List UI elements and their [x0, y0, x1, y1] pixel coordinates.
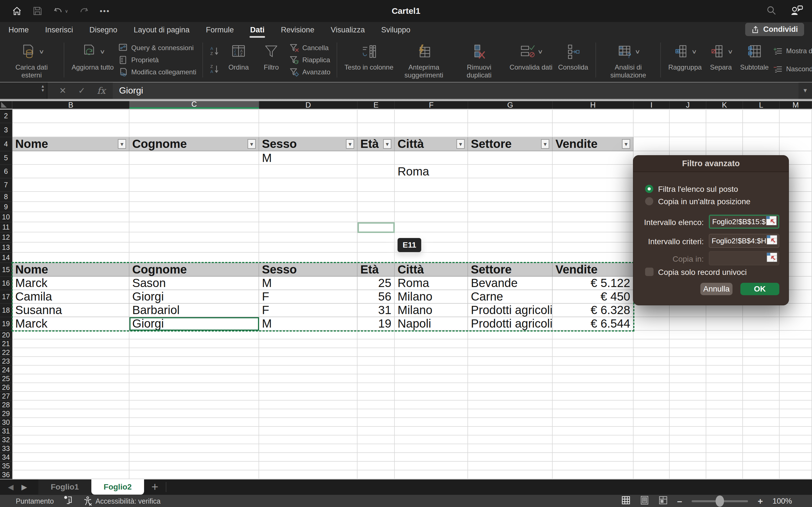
share-button[interactable]: Condividi: [745, 23, 804, 36]
reapply-filter-button[interactable]: Riapplica: [289, 54, 331, 66]
filter-dropdown-Settore[interactable]: ▾: [541, 139, 549, 149]
remove-duplicates-button[interactable]: Rimuovi duplicati: [451, 40, 507, 80]
advanced-filter-button[interactable]: Avanzato: [289, 66, 331, 78]
queries-connections-button[interactable]: Query & connessioni: [118, 42, 196, 54]
ok-button[interactable]: OK: [741, 283, 779, 295]
get-external-data-button[interactable]: ∨ Carica dati esterni: [4, 40, 59, 80]
add-sheet-button[interactable]: +: [151, 480, 158, 494]
row-header-16[interactable]: 16: [0, 277, 12, 290]
sheet-tab-foglio1[interactable]: Foglio1: [38, 480, 91, 495]
filter-dropdown-Età[interactable]: ▾: [383, 139, 391, 149]
cancel-button[interactable]: Annulla: [700, 283, 732, 295]
row-header-15[interactable]: 15: [0, 263, 12, 277]
show-detail-button[interactable]: Mostra dettaglio: [773, 45, 812, 57]
column-header-K[interactable]: K: [706, 101, 743, 109]
row-header-4[interactable]: 4: [0, 137, 12, 151]
tab-disegno[interactable]: Disegno: [89, 24, 118, 36]
filter-dropdown-Città[interactable]: ▾: [456, 139, 465, 149]
data-validation-button[interactable]: ∨ Convalida dati: [507, 40, 555, 80]
zoom-level[interactable]: 100%: [772, 497, 798, 506]
what-if-analysis-button[interactable]: ? ∨ Analisi di simulazione: [601, 40, 656, 80]
radio-copy-elsewhere[interactable]: [645, 197, 653, 205]
list-range-input[interactable]: Foglio2!$B$15:$: [709, 215, 779, 229]
tab-revisione[interactable]: Revisione: [280, 24, 315, 36]
row-header-19[interactable]: 19: [0, 317, 12, 331]
row-header-34[interactable]: 34: [0, 453, 12, 462]
tab-visualizza[interactable]: Visualizza: [330, 24, 365, 36]
row-header-5[interactable]: 5: [0, 151, 12, 165]
row-header-14[interactable]: 14: [0, 252, 12, 263]
row-header-13[interactable]: 13: [0, 242, 12, 252]
formula-bar-expand-icon[interactable]: ▼: [799, 87, 812, 94]
row-header-35[interactable]: 35: [0, 462, 12, 470]
insert-function-button[interactable]: fx: [97, 86, 105, 96]
name-box[interactable]: ▴▾: [0, 82, 47, 99]
name-box-spinner[interactable]: ▴▾: [42, 84, 44, 93]
filter-dropdown-Sesso[interactable]: ▾: [346, 139, 354, 149]
sort-descending-button[interactable]: ZA: [209, 63, 220, 75]
row-header-6[interactable]: 6: [0, 165, 12, 178]
row-header-18[interactable]: 18: [0, 304, 12, 317]
unique-records-label[interactable]: Copia solo record univoci: [658, 268, 747, 277]
row-header-17[interactable]: 17: [0, 290, 12, 304]
column-header-C[interactable]: C: [130, 101, 259, 109]
row-header-23[interactable]: 23: [0, 357, 12, 365]
refresh-all-button[interactable]: ∨ Aggiorna tutto: [69, 40, 116, 80]
row-header-36[interactable]: 36: [0, 470, 12, 479]
row-header-11[interactable]: 11: [0, 222, 12, 232]
contacts-feedback-icon[interactable]: [790, 4, 804, 18]
column-header-D[interactable]: D: [259, 101, 357, 109]
column-header-I[interactable]: I: [633, 101, 670, 109]
search-icon[interactable]: [766, 5, 777, 17]
column-header-G[interactable]: G: [468, 101, 553, 109]
formula-input[interactable]: Giorgi: [113, 82, 799, 99]
page-break-view-icon[interactable]: [659, 496, 668, 506]
row-header-27[interactable]: 27: [0, 392, 12, 400]
row-header-2[interactable]: 2: [0, 109, 12, 123]
filter-dropdown-Vendite[interactable]: ▾: [622, 139, 630, 149]
edit-links-button[interactable]: Modifica collegamenti: [118, 66, 196, 78]
row-header-30[interactable]: 30: [0, 418, 12, 427]
column-header-F[interactable]: F: [395, 101, 468, 109]
hide-detail-button[interactable]: Nascondi dettaglio: [773, 63, 812, 75]
radio-filter-in-place-label[interactable]: Filtra l'elenco sul posto: [658, 185, 738, 194]
sort-button[interactable]: ZAAZ Ordina: [222, 40, 255, 80]
properties-button[interactable]: Proprietà: [118, 54, 196, 66]
row-header-12[interactable]: 12: [0, 232, 12, 242]
group-button[interactable]: ∨ Raggruppa: [665, 40, 705, 80]
column-header-L[interactable]: L: [743, 101, 779, 109]
enter-entry-button[interactable]: ✓: [78, 86, 85, 96]
filter-dropdown-Cognome[interactable]: ▾: [248, 139, 256, 149]
copy-to-input[interactable]: [709, 251, 779, 265]
row-header-32[interactable]: 32: [0, 436, 12, 444]
tab-home[interactable]: Home: [8, 24, 29, 36]
unique-records-checkbox[interactable]: [645, 268, 654, 276]
zoom-slider-knob[interactable]: [716, 496, 724, 507]
column-header-M[interactable]: M: [779, 101, 812, 109]
row-header-3[interactable]: 3: [0, 123, 12, 137]
macro-record-icon[interactable]: [63, 496, 73, 506]
row-header-22[interactable]: 22: [0, 348, 12, 357]
row-header-24[interactable]: 24: [0, 365, 12, 374]
tab-dati[interactable]: Dati: [250, 24, 265, 36]
filter-button[interactable]: Filtro: [255, 40, 288, 80]
subtotal-button[interactable]: Subtotale: [737, 40, 771, 80]
row-header-26[interactable]: 26: [0, 383, 12, 392]
radio-filter-in-place[interactable]: [645, 185, 653, 193]
row-header-29[interactable]: 29: [0, 409, 12, 418]
accessibility-status[interactable]: Accessibilità: verifica: [96, 497, 161, 505]
select-all-corner[interactable]: [0, 101, 12, 109]
flash-fill-button[interactable]: Anteprima suggerimenti: [396, 40, 451, 80]
row-header-25[interactable]: 25: [0, 374, 12, 383]
normal-view-icon[interactable]: [621, 496, 630, 506]
tab-inserisci[interactable]: Inserisci: [45, 24, 73, 36]
zoom-slider[interactable]: [692, 500, 748, 502]
sort-ascending-button[interactable]: AZ: [209, 45, 220, 57]
zoom-in-button[interactable]: +: [758, 496, 763, 506]
row-header-33[interactable]: 33: [0, 444, 12, 453]
range-selector-icon[interactable]: [767, 252, 777, 264]
row-header-28[interactable]: 28: [0, 400, 12, 409]
column-header-H[interactable]: H: [553, 101, 633, 109]
radio-copy-elsewhere-label[interactable]: Copia in un'altra posizione: [658, 197, 751, 206]
tab-layout-di-pagina[interactable]: Layout di pagina: [133, 24, 190, 36]
